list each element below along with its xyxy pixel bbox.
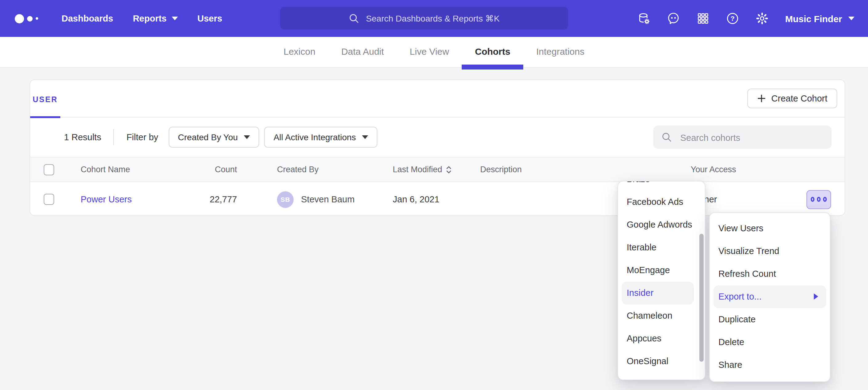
submenu-item-google-adwords[interactable]: Google Adwords xyxy=(618,214,705,236)
menu-item-label: Export to... xyxy=(718,292,762,301)
col-label: Last Modified xyxy=(393,165,442,174)
tab-lexicon[interactable]: Lexicon xyxy=(271,37,328,67)
cohort-search-input[interactable] xyxy=(679,126,829,150)
col-last-modified-sort[interactable]: Last Modified xyxy=(393,165,480,174)
results-count: 1 Results xyxy=(64,132,101,142)
svg-text:?: ? xyxy=(731,15,735,23)
menu-item-refresh-count[interactable]: Refresh Count xyxy=(710,263,830,285)
submenu-item-onesignal[interactable]: OneSignal xyxy=(618,350,705,373)
tab-live-view[interactable]: Live View xyxy=(397,37,462,67)
help-icon[interactable]: ? xyxy=(726,12,740,25)
plus-icon xyxy=(757,94,766,103)
tab-data-audit[interactable]: Data Audit xyxy=(329,37,397,67)
avatar: SB xyxy=(277,191,293,207)
submenu-scrollbar-thumb[interactable] xyxy=(699,234,704,362)
submenu-item-braze[interactable]: Braze xyxy=(618,181,705,191)
cohort-name-link[interactable]: Power Users xyxy=(81,194,132,204)
cohorts-panel: USER Create Cohort 1 Results Filter by C… xyxy=(30,79,845,216)
submenu-item-iterable[interactable]: Iterable xyxy=(618,236,705,259)
nav-item-dashboards[interactable]: Dashboards xyxy=(62,13,113,23)
chevron-down-icon xyxy=(362,135,368,139)
cohort-count: 22,777 xyxy=(178,194,237,204)
divider xyxy=(114,129,114,145)
tab-integrations[interactable]: Integrations xyxy=(523,37,597,67)
global-search-bar[interactable]: Search Dashboards & Reports ⌘K xyxy=(280,7,568,30)
chevron-down-icon xyxy=(172,17,178,20)
row-more-actions-button[interactable] xyxy=(806,190,831,209)
filter-row: 1 Results Filter by Created By You All A… xyxy=(30,118,845,158)
submenu-item-moengage[interactable]: MoEngage xyxy=(618,259,705,282)
dot-icon xyxy=(817,197,820,202)
row-context-menu: View Users Visualize Trend Refresh Count… xyxy=(709,212,831,382)
menu-item-duplicate[interactable]: Duplicate xyxy=(710,308,830,331)
col-count: Count xyxy=(178,165,237,174)
tab-user-cohorts[interactable]: USER xyxy=(30,80,60,117)
menu-item-visualize-trend[interactable]: Visualize Trend xyxy=(710,240,830,263)
chevron-down-icon xyxy=(244,135,250,139)
section-tabs-bar: Lexicon Data Audit Live View Cohorts Int… xyxy=(0,37,868,68)
submenu-item-insider[interactable]: Insider xyxy=(622,282,694,304)
apps-grid-icon[interactable] xyxy=(696,12,710,25)
search-icon xyxy=(661,132,672,143)
feedback-icon[interactable] xyxy=(667,12,681,25)
chevron-down-icon xyxy=(848,17,855,20)
submenu-item-appcues[interactable]: Appcues xyxy=(618,327,705,350)
nav-item-users[interactable]: Users xyxy=(197,13,222,23)
col-your-access: Your Access xyxy=(691,165,806,174)
table-header: Cohort Name Count Created By Last Modifi… xyxy=(30,158,845,182)
creator-name: Steven Baum xyxy=(301,194,354,204)
submenu-item-facebook-ads[interactable]: Facebook Ads xyxy=(618,191,705,214)
export-destinations-submenu: Braze Facebook Ads Google Adwords Iterab… xyxy=(617,181,706,380)
filter-by-label: Filter by xyxy=(126,132,158,142)
cohort-search-box xyxy=(653,126,832,149)
global-search-placeholder: Search Dashboards & Reports ⌘K xyxy=(366,13,500,23)
row-checkbox[interactable] xyxy=(44,194,54,205)
nav-item-label: Reports xyxy=(133,13,167,23)
tab-cohorts[interactable]: Cohorts xyxy=(462,37,523,67)
data-settings-icon[interactable] xyxy=(638,12,651,25)
search-icon xyxy=(349,12,360,24)
last-modified-value: Jan 6, 2021 xyxy=(393,194,480,204)
your-access-value: Owner xyxy=(691,194,806,204)
submenu-item-chameleon[interactable]: Chameleon xyxy=(618,304,705,327)
panel-tab-row: USER Create Cohort xyxy=(30,80,845,118)
dot-icon xyxy=(823,197,827,202)
menu-item-view-users[interactable]: View Users xyxy=(710,217,830,240)
create-cohort-label: Create Cohort xyxy=(771,94,827,103)
settings-gear-icon[interactable] xyxy=(756,12,769,25)
menu-item-share[interactable]: Share xyxy=(710,354,830,377)
menu-item-export-to[interactable]: Export to... xyxy=(713,285,826,308)
project-name: Music Finder xyxy=(785,13,842,24)
nav-item-label: Dashboards xyxy=(62,13,113,23)
select-all-checkbox[interactable] xyxy=(44,164,54,175)
dot-icon xyxy=(811,197,814,202)
col-created-by: Created By xyxy=(277,165,393,174)
table-row: Power Users 22,777 SB Steven Baum Jan 6,… xyxy=(30,182,845,217)
project-switcher[interactable]: Music Finder xyxy=(785,13,855,24)
sort-icon xyxy=(446,165,452,174)
create-cohort-button[interactable]: Create Cohort xyxy=(747,89,837,108)
col-cohort-name: Cohort Name xyxy=(81,165,178,174)
col-description: Description xyxy=(480,165,691,174)
nav-item-reports[interactable]: Reports xyxy=(133,13,178,23)
filter-integrations-dropdown[interactable]: All Active Integrations xyxy=(265,127,378,148)
filter-label: All Active Integrations xyxy=(274,132,356,142)
mixpanel-logo-icon[interactable] xyxy=(15,14,42,23)
top-navbar: Dashboards Reports Users Search Dashboar… xyxy=(0,0,868,37)
nav-item-label: Users xyxy=(197,13,222,23)
menu-item-delete[interactable]: Delete xyxy=(710,331,830,354)
filter-label: Created By You xyxy=(178,132,238,142)
filter-created-by-dropdown[interactable]: Created By You xyxy=(169,127,259,148)
submenu-arrow-icon xyxy=(814,293,818,300)
app-window: Dashboards Reports Users Search Dashboar… xyxy=(0,0,868,390)
